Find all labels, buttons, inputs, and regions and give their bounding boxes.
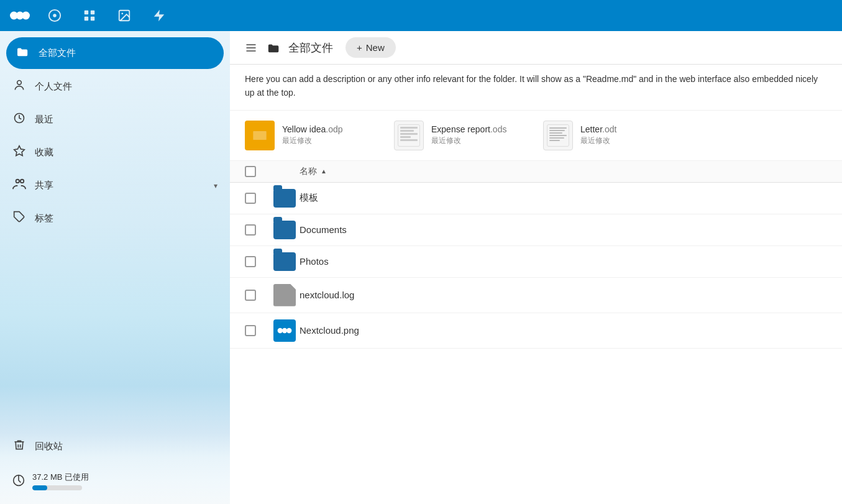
recent-file-yellow-idea[interactable]: Yellow idea.odp 最近修改 <box>245 121 382 150</box>
header-checkbox-col <box>245 166 270 177</box>
collapse-button[interactable] <box>242 39 260 57</box>
activity-app-icon[interactable] <box>45 6 65 25</box>
svg-point-4 <box>53 14 57 17</box>
sidebar-item-all-files[interactable]: 全部文件 <box>6 37 224 69</box>
recent-files-section: Yellow idea.odp 最近修改 <box>230 111 842 161</box>
file-list-header: 名称 ▲ <box>230 161 842 183</box>
table-row[interactable]: Documents <box>230 214 842 246</box>
name-col-label: 名称 <box>300 166 317 177</box>
file-name: Nextcloud.png <box>300 325 827 336</box>
svg-point-24 <box>278 328 283 333</box>
recent-label: 最近 <box>35 114 53 126</box>
odp-thumbnail <box>245 121 275 150</box>
readme-text: Here you can add a description or any ot… <box>245 74 818 98</box>
svg-point-16 <box>21 180 24 183</box>
table-row[interactable]: nextcloud.log <box>230 278 842 313</box>
nextcloud-logo[interactable] <box>10 6 30 25</box>
odt-thumbnail <box>543 121 573 150</box>
row-icon-col <box>270 319 300 342</box>
svg-rect-8 <box>91 17 94 21</box>
recent-file-info: Letter.odt 最近修改 <box>580 124 616 146</box>
lightning-app-icon[interactable] <box>149 6 169 25</box>
png-file-icon <box>273 319 296 342</box>
recent-file-letter[interactable]: Letter.odt 最近修改 <box>543 121 680 150</box>
favorites-label: 收藏 <box>35 147 53 158</box>
svg-point-2 <box>22 12 30 20</box>
table-row[interactable]: 模板 <box>230 183 842 214</box>
folder-icon <box>16 46 30 60</box>
sidebar-item-tags[interactable]: 标签 <box>0 202 230 235</box>
folder-icon <box>273 221 296 239</box>
trash-label: 回收站 <box>35 441 63 452</box>
row-icon-col <box>270 252 300 271</box>
people-icon <box>12 178 26 193</box>
table-row[interactable]: Nextcloud.png <box>230 313 842 349</box>
header-folder-icon <box>267 42 281 54</box>
recent-file-expense-report[interactable]: Expense report.ods 最近修改 <box>394 121 531 150</box>
trash-icon <box>12 439 26 454</box>
new-button-label: New <box>366 42 385 53</box>
shared-chevron-icon: ▾ <box>214 181 217 190</box>
svg-marker-11 <box>154 10 165 21</box>
row-icon-col <box>270 189 300 208</box>
folder-icon <box>273 189 296 208</box>
shared-label: 共享 <box>35 180 53 191</box>
new-button-plus: + <box>357 42 362 53</box>
personal-files-label: 个人文件 <box>35 81 72 93</box>
file-name: nextcloud.log <box>300 290 827 300</box>
row-checkbox[interactable] <box>245 325 256 336</box>
storage-bar-fill <box>32 485 47 490</box>
sidebar-item-favorites[interactable]: 收藏 <box>0 136 230 169</box>
table-row[interactable]: Photos <box>230 246 842 278</box>
content-area: 全部文件 + New Here you can add a descriptio… <box>230 31 842 504</box>
storage-icon <box>12 474 25 488</box>
dashboard-app-icon[interactable] <box>80 6 99 25</box>
svg-rect-23 <box>253 131 266 140</box>
person-icon <box>12 79 26 94</box>
row-checkbox-col <box>245 290 270 301</box>
recent-file-meta: 最近修改 <box>431 135 506 146</box>
sidebar-item-recent[interactable]: 最近 <box>0 103 230 136</box>
top-navigation <box>0 0 842 31</box>
recent-file-name: Yellow idea.odp <box>282 124 343 134</box>
row-checkbox[interactable] <box>245 256 256 267</box>
row-icon-col <box>270 221 300 239</box>
svg-point-15 <box>16 180 19 183</box>
header-title: 全部文件 <box>288 40 333 55</box>
readme-section: Here you can add a description or any ot… <box>230 65 842 111</box>
recent-file-name: Letter.odt <box>580 124 616 134</box>
name-column-header[interactable]: 名称 ▲ <box>300 166 827 177</box>
recent-file-info: Expense report.ods 最近修改 <box>431 124 506 146</box>
sidebar-item-personal-files[interactable]: 个人文件 <box>0 70 230 103</box>
new-button[interactable]: + New <box>345 37 396 58</box>
row-checkbox[interactable] <box>245 193 256 204</box>
recent-file-meta: 最近修改 <box>282 135 343 146</box>
svg-point-25 <box>282 328 287 333</box>
sidebar: 全部文件 个人文件 最近 <box>0 31 230 504</box>
clock-icon <box>12 112 26 127</box>
star-icon <box>12 145 26 160</box>
file-name: Photos <box>300 256 827 267</box>
row-checkbox[interactable] <box>245 290 256 301</box>
storage-label: 37.2 MB 已使用 <box>32 472 89 483</box>
log-file-icon <box>273 284 296 306</box>
sidebar-item-shared[interactable]: 共享 ▾ <box>0 169 230 202</box>
sort-arrow-icon: ▲ <box>321 168 327 175</box>
ods-thumbnail <box>394 121 424 150</box>
tags-label: 标签 <box>35 213 53 224</box>
svg-rect-7 <box>85 17 88 21</box>
select-all-checkbox[interactable] <box>245 166 256 177</box>
sidebar-item-trash[interactable]: 回收站 <box>0 430 230 463</box>
main-container: 全部文件 个人文件 最近 <box>0 31 842 504</box>
row-checkbox-col <box>245 256 270 267</box>
file-name: 模板 <box>300 192 827 204</box>
photos-app-icon[interactable] <box>114 6 134 25</box>
file-name: Documents <box>300 224 827 235</box>
svg-marker-14 <box>14 146 25 156</box>
svg-point-12 <box>17 81 22 85</box>
row-checkbox[interactable] <box>245 224 256 236</box>
storage-info: 37.2 MB 已使用 <box>0 463 230 499</box>
svg-point-10 <box>121 12 123 14</box>
storage-bar <box>32 485 82 490</box>
recent-file-info: Yellow idea.odp 最近修改 <box>282 124 343 146</box>
